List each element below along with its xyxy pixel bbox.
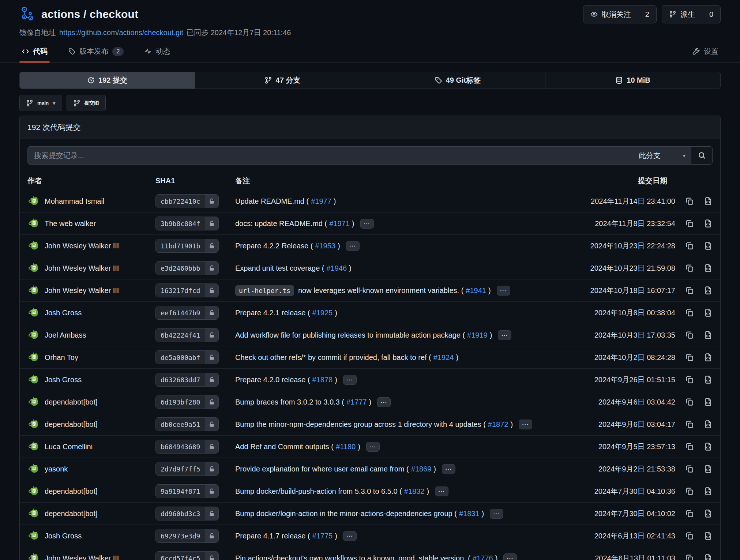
browse-files-at-commit-button[interactable] <box>704 442 713 451</box>
commit-author-name[interactable]: John Wesley Walker III <box>45 554 119 560</box>
tab-activity[interactable]: 动态 <box>142 46 172 62</box>
copy-sha-button[interactable] <box>685 398 694 406</box>
commit-message-text[interactable]: Add Ref and Commit outputs ( <box>235 443 334 451</box>
browse-files-at-commit-button[interactable] <box>704 509 713 518</box>
commit-sha-badge[interactable]: cbb722410c <box>155 194 219 208</box>
commit-author-name[interactable]: John Wesley Walker III <box>45 264 119 273</box>
browse-files-at-commit-button[interactable] <box>704 531 713 540</box>
commit-issue-link[interactable]: #1832 <box>404 487 425 496</box>
browse-files-at-commit-button[interactable] <box>704 554 713 560</box>
commit-sha-badge[interactable]: 11bd71901b <box>155 239 219 253</box>
commit-author-name[interactable]: Josh Gross <box>45 376 82 384</box>
commit-author-name[interactable]: yasonk <box>45 465 68 473</box>
commit-sha-badge[interactable]: b684943689 <box>155 440 219 454</box>
copy-sha-button[interactable] <box>685 241 694 250</box>
commit-author-name[interactable]: dependabot[bot] <box>45 487 98 496</box>
commit-author-name[interactable]: Josh Gross <box>45 532 82 540</box>
browse-files-at-commit-button[interactable] <box>704 487 713 496</box>
commit-sha[interactable]: d632683dd7 <box>156 373 205 386</box>
commit-sha[interactable]: dd960bd3c3 <box>156 507 205 520</box>
stats-commits[interactable]: 192 提交 <box>20 72 195 89</box>
copy-sha-button[interactable] <box>685 554 694 560</box>
commit-message-text[interactable]: Check out other refs/* by commit if prov… <box>235 353 431 362</box>
browse-files-at-commit-button[interactable] <box>704 264 713 273</box>
copy-sha-button[interactable] <box>685 286 694 295</box>
search-input[interactable] <box>27 146 633 165</box>
commit-message-text[interactable]: Prepare 4.2.2 Release ( <box>235 242 313 250</box>
commit-expand-button[interactable]: ··· <box>366 442 380 452</box>
copy-sha-button[interactable] <box>685 531 694 540</box>
commit-issue-link[interactable]: #1869 <box>411 465 432 473</box>
commit-message-text[interactable]: Bump braces from 3.0.2 to 3.0.3 ( <box>235 398 344 406</box>
commit-issue-link[interactable]: #1919 <box>467 331 488 339</box>
commit-author-name[interactable]: Josh Gross <box>45 309 82 317</box>
copy-sha-button[interactable] <box>685 197 694 206</box>
copy-sha-button[interactable] <box>685 331 694 339</box>
commit-author-name[interactable]: Luca Comellini <box>45 443 93 451</box>
commit-expand-button[interactable]: ··· <box>343 375 357 385</box>
commit-sha[interactable]: 2d7d9f7ff5 <box>156 462 205 476</box>
commit-expand-button[interactable]: ··· <box>343 531 357 541</box>
commit-author-name[interactable]: John Wesley Walker III <box>45 242 119 250</box>
commit-issue-link[interactable]: #1776 <box>473 554 493 560</box>
commit-message-text[interactable]: Prepare 4.2.1 release ( <box>235 309 310 317</box>
tab-code[interactable]: 代码 <box>19 46 50 62</box>
browse-files-at-commit-button[interactable] <box>704 241 713 250</box>
commit-message-text[interactable]: Prepare 4.2.0 release ( <box>235 376 310 384</box>
browse-files-at-commit-button[interactable] <box>704 219 713 228</box>
commit-message-text[interactable]: Bump docker/login-action in the minor-ac… <box>235 510 457 518</box>
tab-settings[interactable]: 设置 <box>690 46 721 62</box>
commit-expand-button[interactable]: ··· <box>503 553 517 560</box>
commit-sha-badge[interactable]: de5a000abf <box>155 350 219 364</box>
commit-message-text[interactable]: Bump the minor-npm-dependencies group ac… <box>235 420 486 429</box>
commit-sha[interactable]: eef61447b9 <box>156 306 205 319</box>
commit-sha[interactable]: 692973e3d9 <box>156 529 205 542</box>
browse-files-at-commit-button[interactable] <box>704 398 713 406</box>
commit-issue-link[interactable]: #1180 <box>336 443 356 451</box>
commit-sha-badge[interactable]: d632683dd7 <box>155 373 219 387</box>
commit-author-name[interactable]: dependabot[bot] <box>45 510 98 518</box>
commit-sha[interactable]: db0cee9a51 <box>156 418 205 431</box>
commit-sha-badge[interactable]: 2d7d9f7ff5 <box>155 462 219 476</box>
commit-sha[interactable]: 6ccd57f4c5 <box>156 552 205 560</box>
commit-message-text[interactable]: Expand unit test coverage ( <box>235 264 324 273</box>
browse-files-at-commit-button[interactable] <box>704 286 713 295</box>
commit-sha-badge[interactable]: dd960bd3c3 <box>155 507 219 520</box>
commit-message-text[interactable]: Prepare 4.1.7 release ( <box>235 532 310 540</box>
commit-sha-badge[interactable]: eef61447b9 <box>155 306 219 320</box>
commit-author-name[interactable]: Orhan Toy <box>45 353 78 362</box>
tab-releases[interactable]: 版本发布 2 <box>66 46 126 62</box>
stats-branches[interactable]: 47 分支 <box>195 72 370 89</box>
branch-filter-select[interactable]: 此分支 ▾ <box>633 146 691 165</box>
fork-button[interactable]: 派生 0 <box>662 5 721 23</box>
commit-sha[interactable]: 163217dfcd <box>156 284 205 297</box>
commit-sha[interactable]: 3b9b8c884f <box>156 217 205 230</box>
commit-expand-button[interactable]: ··· <box>497 286 510 296</box>
browse-files-at-commit-button[interactable] <box>704 197 713 206</box>
browse-files-at-commit-button[interactable] <box>704 465 713 473</box>
commit-sha[interactable]: cbb722410c <box>156 195 205 208</box>
commit-expand-button[interactable]: ··· <box>519 420 532 429</box>
commit-issue-link[interactable]: #1872 <box>488 420 508 429</box>
copy-sha-button[interactable] <box>685 420 694 429</box>
commit-sha[interactable]: 11bd71901b <box>156 239 205 252</box>
copy-sha-button[interactable] <box>685 509 694 518</box>
commit-expand-button[interactable]: ··· <box>377 397 391 407</box>
commit-issue-link[interactable]: #1924 <box>433 353 454 362</box>
commit-author-name[interactable]: Mohammad Ismail <box>45 197 104 206</box>
commit-author-name[interactable]: John Wesley Walker III <box>45 286 119 295</box>
commit-sha-badge[interactable]: e3d2460bbb <box>155 261 219 275</box>
commit-issue-link[interactable]: #1941 <box>466 286 486 295</box>
commit-issue-link[interactable]: #1777 <box>346 398 367 406</box>
commit-issue-link[interactable]: #1971 <box>329 219 350 228</box>
commit-expand-button[interactable]: ··· <box>442 464 455 474</box>
browse-files-at-commit-button[interactable] <box>704 375 713 384</box>
commit-issue-link[interactable]: #1946 <box>326 264 347 273</box>
search-button[interactable] <box>691 146 713 165</box>
commit-sha[interactable]: 9a9194f871 <box>156 485 205 498</box>
unwatch-button[interactable]: 取消关注 2 <box>583 5 657 23</box>
copy-sha-button[interactable] <box>685 308 694 317</box>
commit-author-name[interactable]: dependabot[bot] <box>45 398 98 406</box>
commit-author-name[interactable]: The web walker <box>45 219 96 228</box>
commit-issue-link[interactable]: #1977 <box>311 197 331 206</box>
